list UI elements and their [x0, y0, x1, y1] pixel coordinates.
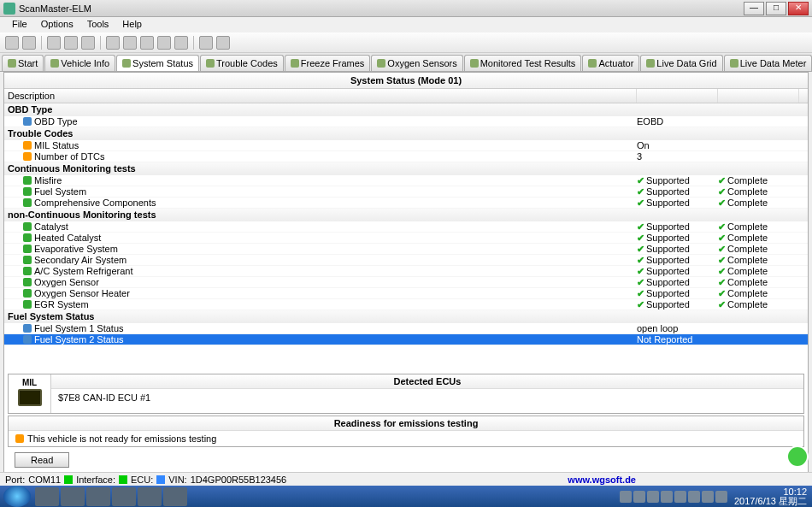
toolbar-button[interactable] [5, 36, 19, 50]
tab-icon [122, 59, 131, 68]
check-icon: ✔ [718, 233, 726, 244]
check-icon: ✔ [718, 288, 726, 299]
tray-icon[interactable] [661, 491, 673, 503]
toolbar-button[interactable] [123, 36, 137, 50]
table-row[interactable]: Number of DTCs3 [4, 151, 808, 162]
toolbar-button[interactable] [47, 36, 61, 50]
taskbar-item[interactable] [112, 487, 136, 506]
toolbar-button[interactable] [81, 36, 95, 50]
page-heading: System Status (Mode 01) [4, 73, 808, 89]
tray-icon[interactable] [620, 491, 632, 503]
check-icon: ✔ [637, 277, 644, 288]
ok-icon [23, 245, 32, 253]
tray-icon[interactable] [715, 491, 727, 503]
table-row[interactable]: Misfire✔Supported✔Complete [4, 175, 808, 186]
menu-options[interactable]: Options [34, 17, 80, 31]
toolbar [0, 32, 812, 53]
maximize-button[interactable]: □ [766, 2, 786, 15]
table-row[interactable]: Fuel System✔Supported✔Complete [4, 186, 808, 197]
table-row[interactable]: A/C System Refrigerant✔Supported✔Complet… [4, 266, 808, 277]
tab-icon [377, 59, 385, 68]
toolbar-button[interactable] [216, 36, 230, 50]
check-icon: ✔ [718, 175, 726, 186]
ok-icon [23, 176, 32, 185]
toolbar-button[interactable] [22, 36, 36, 50]
menu-help[interactable]: Help [115, 17, 149, 31]
tab-actuator[interactable]: Actuator [582, 55, 639, 71]
clock[interactable]: 10:12 2017/6/13 星期二 [734, 487, 807, 506]
floating-action-button[interactable] [786, 445, 809, 468]
tab-vehicle-info[interactable]: Vehicle Info [44, 55, 115, 71]
check-icon: ✔ [637, 221, 644, 233]
tab-oxygen-sensors[interactable]: Oxygen Sensors [371, 55, 462, 71]
ok-icon [23, 300, 32, 309]
tray-icon[interactable] [633, 491, 645, 503]
mil-panel: MIL [9, 374, 51, 413]
read-button[interactable]: Read [15, 452, 69, 468]
tray-icon[interactable] [702, 491, 714, 503]
tray-icon[interactable] [647, 491, 659, 503]
port-value: COM11 [28, 475, 61, 485]
taskbar-item[interactable] [86, 487, 110, 506]
table-row[interactable]: EGR System✔Supported✔Complete [4, 299, 808, 310]
minimize-button[interactable]: — [744, 2, 764, 15]
tab-monitored-test-results[interactable]: Monitored Test Results [464, 55, 582, 71]
table-row[interactable]: Secondary Air System✔Supported✔Complete [4, 255, 808, 266]
toolbar-button[interactable] [64, 36, 78, 50]
check-icon: ✔ [637, 244, 644, 255]
table-row[interactable]: Fuel System 2 StatusNot Reported [4, 334, 808, 345]
start-button[interactable] [3, 486, 31, 507]
tab-icon [291, 59, 299, 68]
check-icon: ✔ [718, 186, 726, 197]
taskbar-item[interactable] [35, 487, 59, 506]
table-row[interactable]: MIL StatusOn [4, 140, 808, 151]
close-button[interactable]: ✕ [788, 2, 809, 15]
tab-trouble-codes[interactable]: Trouble Codes [200, 55, 284, 71]
table-row[interactable]: Comprehensive Components✔Supported✔Compl… [4, 197, 808, 209]
toolbar-button[interactable] [157, 36, 171, 50]
group-header: non-Continuous Monitoring tests [4, 209, 808, 221]
taskbar-item[interactable] [61, 487, 85, 506]
status-led-icon [64, 475, 73, 484]
taskbar-item[interactable] [163, 487, 187, 506]
tab-freeze-frames[interactable]: Freeze Frames [285, 55, 371, 71]
table-row[interactable]: Catalyst✔Supported✔Complete [4, 221, 808, 233]
check-icon: ✔ [637, 255, 644, 266]
ok-icon [23, 289, 32, 298]
menu-tools[interactable]: Tools [80, 17, 116, 31]
menu-bar: FileOptionsToolsHelp [0, 17, 812, 32]
table-row[interactable]: Evaporative System✔Supported✔Complete [4, 244, 808, 255]
tab-icon [8, 59, 16, 68]
website-link[interactable]: www.wgsoft.de [568, 475, 636, 485]
ok-icon [23, 267, 32, 275]
table-row[interactable]: Oxygen Sensor✔Supported✔Complete [4, 277, 808, 288]
tab-strip: StartVehicle InfoSystem StatusTrouble Co… [0, 53, 812, 72]
tab-start[interactable]: Start [2, 55, 44, 71]
toolbar-button[interactable] [106, 36, 120, 50]
ok-icon [23, 198, 32, 207]
ok-icon [23, 233, 32, 242]
check-icon: ✔ [637, 197, 644, 209]
ecu-label: ECU: [131, 475, 153, 485]
check-icon: ✔ [637, 233, 644, 244]
toolbar-button[interactable] [199, 36, 213, 50]
tab-live-data-grid[interactable]: Live Data Grid [640, 55, 722, 71]
tab-live-data-meter[interactable]: Live Data Meter [724, 55, 812, 71]
toolbar-button[interactable] [174, 36, 188, 50]
menu-file[interactable]: File [5, 17, 34, 31]
ecu-list-item[interactable]: $7E8 CAN-ID ECU #1 [51, 389, 803, 413]
info-icon [23, 335, 32, 344]
table-row[interactable]: Oxygen Sensor Heater✔Supported✔Complete [4, 288, 808, 299]
tray-icon[interactable] [688, 491, 700, 503]
taskbar-item[interactable] [138, 487, 162, 506]
table-row[interactable]: Heated Catalyst✔Supported✔Complete [4, 233, 808, 244]
ok-icon [23, 187, 32, 196]
toolbar-button[interactable] [140, 36, 154, 50]
table-row[interactable]: OBD TypeEOBD [4, 116, 808, 127]
group-header: Trouble Codes [4, 127, 808, 140]
warn-icon [23, 152, 32, 161]
tray-icon[interactable] [674, 491, 686, 503]
table-row[interactable]: Fuel System 1 Statusopen loop [4, 323, 808, 334]
tab-system-status[interactable]: System Status [116, 55, 199, 71]
tab-icon [470, 59, 479, 68]
